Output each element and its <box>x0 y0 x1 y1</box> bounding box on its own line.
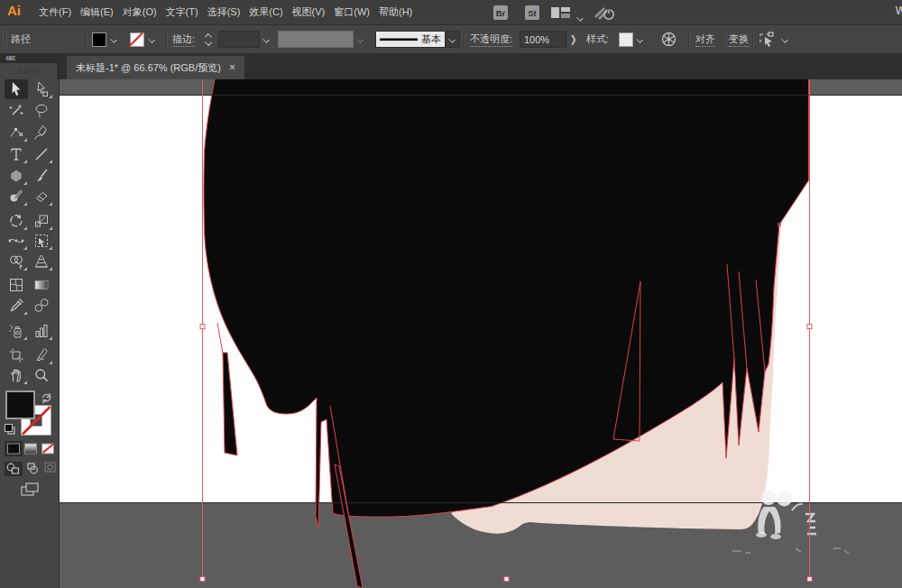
stroke-weight-chevron-icon[interactable] <box>263 36 270 42</box>
scale-tool[interactable] <box>30 211 53 231</box>
sync-status-icon[interactable] <box>592 4 615 22</box>
canvas-area[interactable] <box>60 79 902 588</box>
none-mode-button[interactable] <box>42 444 54 454</box>
blend-tool-icon <box>33 298 50 314</box>
width-tool[interactable] <box>5 231 28 251</box>
fill-chevron-icon[interactable] <box>111 36 117 42</box>
free-transform-tool[interactable] <box>30 231 53 251</box>
document-tab[interactable]: 未标题-1* @ 66.67% (RGB/预览) × <box>67 56 244 79</box>
line-segment-tool[interactable] <box>30 144 53 164</box>
stroke-style-value: 基本 <box>421 32 441 46</box>
bbox-handle-bottom-left[interactable] <box>200 577 205 582</box>
screen-mode-button[interactable] <box>22 483 38 495</box>
workspace-name-clipped: W <box>896 5 902 17</box>
rotate-tool[interactable] <box>5 211 28 231</box>
document-tab-title: 未标题-1* @ 66.67% (RGB/预览) <box>76 61 221 75</box>
polygon-tool[interactable] <box>5 166 28 186</box>
bridge-button[interactable]: Br <box>493 5 508 20</box>
pencil-tool-icon <box>8 188 24 205</box>
menu-item-8[interactable]: 窗口(W) <box>334 5 370 19</box>
menu-item-5[interactable]: 选择(S) <box>207 5 241 19</box>
lasso-tool[interactable] <box>30 101 53 121</box>
opacity-panel-link[interactable]: 不透明度: <box>470 32 512 47</box>
style-chevron-icon[interactable] <box>637 36 643 42</box>
recolor-artwork-icon[interactable] <box>661 32 676 47</box>
pencil-tool[interactable] <box>5 187 28 207</box>
close-tab-icon[interactable]: × <box>229 62 235 73</box>
column-graph-tool-icon <box>33 323 50 339</box>
pen-tool[interactable] <box>5 123 28 142</box>
bbox-handle-right[interactable] <box>807 325 812 329</box>
stroke-style-chevron-button[interactable] <box>446 31 460 48</box>
zoom-tool[interactable] <box>30 365 53 385</box>
menu-item-7[interactable]: 视图(V) <box>292 5 326 19</box>
isolate-chevron-icon[interactable] <box>782 36 788 42</box>
paintbrush-tool[interactable] <box>30 166 53 186</box>
align-panel-link[interactable]: 对齐 <box>695 32 715 47</box>
bbox-handle-bottom-right[interactable] <box>807 577 812 582</box>
stroke-style-dropdown[interactable]: 基本 <box>375 31 446 48</box>
direct-selection-tool-icon <box>33 81 50 97</box>
scale-tool-icon <box>33 213 50 229</box>
stroke-chevron-icon[interactable] <box>149 36 155 42</box>
collapse-tools-icon[interactable]: «« <box>5 51 14 64</box>
pen-tool-icon <box>8 124 24 141</box>
artboard-tool[interactable] <box>5 345 28 365</box>
draw-behind-button[interactable] <box>28 464 37 473</box>
column-graph-tool[interactable] <box>30 321 53 341</box>
document-canvas[interactable] <box>60 79 902 588</box>
eyedropper-tool[interactable] <box>5 296 28 316</box>
gradient-tool[interactable] <box>30 275 53 295</box>
stroke-weight-stepper[interactable] <box>206 34 211 45</box>
hand-tool[interactable] <box>5 365 28 385</box>
shape-builder-tool[interactable] <box>5 252 28 271</box>
stroke-weight-input[interactable] <box>218 31 260 48</box>
mesh-tool[interactable] <box>5 275 28 295</box>
style-swatch[interactable] <box>619 32 633 47</box>
brush-chevron-icon[interactable] <box>357 36 364 42</box>
line-segment-tool-icon <box>33 146 50 162</box>
control-bar-grip[interactable] <box>3 32 7 47</box>
menu-item-1[interactable]: 文件(F) <box>39 5 71 19</box>
transform-panel-link[interactable]: 变换 <box>729 32 749 47</box>
bbox-handle-left[interactable] <box>200 325 205 329</box>
default-fill-stroke-icon[interactable] <box>5 425 15 435</box>
menu-item-9[interactable]: 帮助(H) <box>379 5 412 19</box>
type-tool[interactable] <box>5 144 28 164</box>
menu-item-3[interactable]: 对象(O) <box>123 5 157 19</box>
workspace-switcher-icon[interactable] <box>550 6 572 19</box>
eraser-tool[interactable] <box>30 187 53 207</box>
control-bar: 路径 描边: 基本 不透明度: 100% <box>0 25 902 54</box>
stroke-panel-link[interactable]: 描边: <box>172 32 195 47</box>
opacity-expand-icon[interactable]: ❯ <box>570 33 576 45</box>
blend-tool[interactable] <box>30 296 53 316</box>
brush-definition-dropdown[interactable] <box>278 31 354 48</box>
control-bar-separator <box>464 29 465 50</box>
selection-tool[interactable] <box>5 79 28 99</box>
workspace-chevron-icon[interactable] <box>577 14 584 21</box>
mesh-tool-icon <box>8 277 24 293</box>
isolate-selected-object-icon[interactable] <box>759 32 777 48</box>
slice-tool[interactable] <box>30 345 53 365</box>
symbol-sprayer-tool[interactable] <box>5 321 28 341</box>
fill-proxy-swatch[interactable] <box>6 391 34 418</box>
menu-item-6[interactable]: 效果(C) <box>249 5 282 19</box>
bbox-handle-bottom-center[interactable] <box>504 577 509 582</box>
stroke-style-line-preview <box>380 37 418 41</box>
curvature-tool[interactable] <box>30 123 53 142</box>
perspective-grid-tool-icon <box>33 253 50 270</box>
direct-selection-tool[interactable] <box>30 79 53 99</box>
magic-wand-tool[interactable] <box>5 101 28 121</box>
tools-panel-grip[interactable] <box>19 69 41 74</box>
menu-item-4[interactable]: 文字(T) <box>166 5 198 19</box>
eyedropper-tool-icon <box>8 298 24 314</box>
menu-item-2[interactable]: 编辑(E) <box>80 5 114 19</box>
perspective-grid-tool[interactable] <box>30 252 53 271</box>
swap-fill-stroke-icon[interactable] <box>42 393 51 404</box>
draw-inside-button[interactable] <box>45 463 55 472</box>
gradient-mode-button[interactable] <box>25 444 37 454</box>
opacity-input[interactable]: 100% <box>520 31 566 48</box>
fill-color-swatch[interactable] <box>92 32 106 47</box>
stroke-color-swatch[interactable] <box>130 32 144 47</box>
stock-button[interactable]: St <box>525 5 539 20</box>
